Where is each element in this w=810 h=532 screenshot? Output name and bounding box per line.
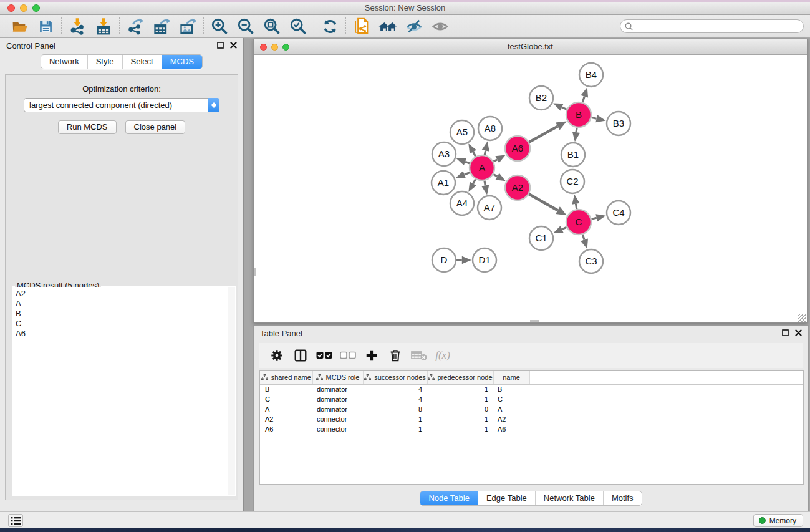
memory-button[interactable]: Memory (753, 514, 803, 527)
mcds-result-item[interactable]: A6 (16, 329, 228, 339)
zoom-window-button[interactable] (32, 4, 40, 12)
graph-edge[interactable] (576, 204, 577, 209)
show-all-icon[interactable] (431, 17, 450, 36)
table-row[interactable]: Cdominator41C (260, 394, 803, 404)
graph-node-label: C4 (612, 207, 624, 218)
graph-edge[interactable] (562, 107, 567, 110)
close-table-panel-icon[interactable] (795, 329, 802, 336)
graph-edge[interactable] (529, 127, 557, 142)
float-table-panel-icon[interactable] (782, 329, 789, 336)
tab-node-table[interactable]: Node Table (420, 491, 478, 505)
zoom-in-icon[interactable] (210, 17, 229, 36)
table-row[interactable]: A6connector11A6 (260, 424, 803, 434)
graph-edge-arrow (456, 158, 466, 165)
graph-edge[interactable] (465, 162, 470, 163)
import-table-icon[interactable] (94, 17, 113, 36)
select-all-checkboxes-icon[interactable] (316, 347, 332, 364)
graph-edge[interactable] (591, 218, 596, 219)
panel-menu-button[interactable] (8, 514, 23, 527)
graph-edge[interactable] (592, 118, 597, 119)
delete-columns-icon[interactable] (387, 347, 403, 364)
graph-edge[interactable] (562, 227, 567, 229)
new-network-from-selection-icon[interactable] (352, 17, 371, 36)
function-builder-icon[interactable]: f(x) (435, 347, 451, 364)
graph-edge[interactable] (493, 174, 497, 177)
delete-table-icon[interactable] (411, 347, 427, 364)
show-column-icon[interactable] (292, 347, 309, 364)
network-close-button[interactable] (260, 44, 267, 51)
tab-motifs[interactable]: Motifs (603, 491, 642, 505)
network-zoom-button[interactable] (282, 44, 289, 51)
network-canvas[interactable]: B4B2BB3A5A8A6B1A3AA1C2A2A4A7C4CC1C3DD1 (254, 55, 807, 322)
graph-edge[interactable] (582, 235, 584, 240)
add-column-icon[interactable] (364, 347, 380, 364)
graph-edge[interactable] (485, 151, 486, 155)
table-cell-filler (529, 424, 803, 434)
column-header[interactable]: predecessor nodes (427, 371, 493, 384)
mcds-result-item[interactable]: C (16, 319, 228, 329)
export-network-icon[interactable] (126, 17, 145, 36)
horizontal-scroll-thumb[interactable] (530, 320, 539, 322)
hide-selected-icon[interactable] (405, 17, 423, 36)
run-mcds-button[interactable]: Run MCDS (58, 120, 117, 134)
zoom-selected-icon[interactable] (289, 17, 307, 36)
float-panel-icon[interactable] (217, 42, 224, 49)
search-box (620, 19, 804, 33)
graph-edge[interactable] (582, 97, 584, 102)
table-row[interactable]: A2connector11A2 (260, 414, 803, 424)
zoom-fit-icon[interactable] (263, 17, 281, 36)
graph-edge[interactable] (529, 194, 557, 210)
main-toolbar (0, 15, 810, 38)
graph-edge-arrow (481, 185, 489, 195)
search-input[interactable] (634, 21, 803, 32)
mcds-panel-content: Optimization criterion: largest connecte… (5, 74, 238, 500)
column-header[interactable]: successor nodes (363, 371, 427, 384)
column-header[interactable]: shared name (260, 371, 312, 384)
export-table-icon[interactable] (152, 17, 171, 36)
graph-edge[interactable] (465, 173, 470, 175)
tab-network[interactable]: Network (41, 55, 87, 69)
status-bar: Memory (0, 511, 810, 528)
graph-edge[interactable] (473, 179, 476, 183)
tab-network-table[interactable]: Network Table (535, 491, 603, 505)
first-neighbors-icon[interactable] (378, 17, 397, 36)
tab-select[interactable]: Select (122, 55, 162, 69)
zoom-out-icon[interactable] (236, 17, 255, 36)
resize-grip-icon[interactable] (798, 314, 806, 322)
graph-edge[interactable] (485, 181, 485, 186)
close-panel-button[interactable]: Close panel (125, 120, 186, 134)
mcds-result-item[interactable]: A2 (16, 289, 228, 299)
tab-style[interactable]: Style (87, 55, 122, 69)
network-window-title: testGlobe.txt (508, 42, 553, 51)
open-file-icon[interactable] (10, 17, 29, 36)
close-window-button[interactable] (7, 4, 15, 12)
mcds-result-item[interactable]: A (16, 299, 228, 309)
tab-edge-table[interactable]: Edge Table (478, 491, 535, 505)
control-panel-tabs: Network Style Select MCDS (0, 54, 243, 69)
table-row[interactable]: Bdominator41B (260, 384, 803, 394)
minimize-window-button[interactable] (20, 4, 27, 12)
table-row[interactable]: Adominator80A (260, 404, 803, 414)
save-session-icon[interactable] (36, 17, 55, 36)
network-minimize-button[interactable] (271, 44, 278, 51)
close-panel-icon[interactable] (230, 42, 237, 49)
settings-gear-icon[interactable] (269, 347, 285, 364)
mcds-result-scrollbar[interactable] (228, 287, 235, 495)
import-network-icon[interactable] (68, 17, 87, 36)
column-header[interactable]: MCDS role (312, 371, 363, 384)
table-cell: 4 (363, 394, 427, 404)
graph-edge[interactable] (576, 128, 577, 132)
graph-edge-arrow (482, 142, 489, 152)
tab-mcds[interactable]: MCDS (162, 55, 202, 69)
vertical-scroll-thumb[interactable] (254, 268, 256, 276)
criterion-select[interactable]: largest connected component (directed) (24, 98, 219, 112)
deselect-all-checkboxes-icon[interactable] (340, 347, 356, 364)
export-image-icon[interactable] (178, 17, 197, 36)
graph-edge[interactable] (473, 152, 476, 157)
refresh-view-icon[interactable] (321, 17, 339, 36)
column-header[interactable]: name (493, 371, 529, 384)
table-cell: A6 (260, 424, 312, 434)
mcds-result-item[interactable]: B (16, 309, 228, 319)
graph-edge[interactable] (493, 160, 497, 162)
table-toolbar: f(x) (259, 343, 803, 368)
